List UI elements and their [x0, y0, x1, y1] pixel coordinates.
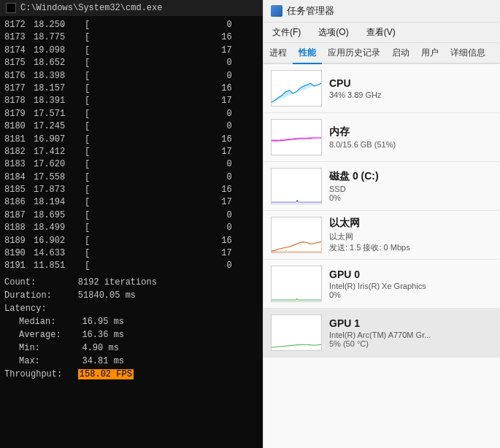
line-val: 17.558 — [34, 171, 85, 184]
cmd-line: 818116.907[ 16 — [4, 134, 258, 146]
menu-view[interactable]: 查看(V) — [364, 25, 399, 40]
throughput-val: 158.02 FPS — [78, 369, 134, 379]
cmd-line: 819014.633[ 17 — [4, 247, 258, 260]
perf-info-cpu: CPU34% 3.89 GHz — [329, 77, 493, 99]
taskmanager-window: 任务管理器 文件(F) 选项(O) 查看(V) 进程性能应用历史记录启动用户详细… — [263, 0, 500, 448]
line-num: 8175 — [4, 57, 34, 69]
line-num: 8191 — [4, 260, 34, 272]
line-val: 16.907 — [34, 134, 85, 146]
line-bar: [ 0 — [85, 260, 258, 272]
line-num: 8189 — [4, 235, 34, 247]
perf-title-memory: 内存 — [329, 125, 493, 139]
cmd-line: 818317.620[ 0 — [4, 158, 258, 171]
line-num: 8179 — [4, 108, 34, 120]
taskman-icon — [271, 5, 282, 17]
line-val: 17.620 — [34, 158, 85, 171]
cmd-titlebar: C:\Windows\System32\cmd.exe — [0, 0, 263, 16]
median-label: Median: — [19, 317, 55, 327]
line-bar: [ 0 — [85, 120, 258, 133]
line-val: 18.398 — [34, 70, 85, 82]
perf-item-cpu[interactable]: CPU34% 3.89 GHz — [264, 64, 500, 113]
line-num: 8184 — [4, 171, 34, 184]
taskman-titlebar: 任务管理器 — [264, 0, 500, 23]
cmd-lines-container: 817218.250[ 0817318.775[ 16817419.098[ 1… — [4, 19, 258, 273]
perf-title-cpu: CPU — [329, 77, 493, 89]
cmd-window: C:\Windows\System32\cmd.exe 817218.250[ … — [0, 0, 263, 448]
cmd-line: 817419.098[ 17 — [4, 45, 258, 57]
average-label: Average: — [19, 330, 61, 340]
line-num: 8180 — [4, 120, 34, 133]
line-bar: [ 17 — [85, 95, 258, 107]
tab-详细信息[interactable]: 详细信息 — [445, 43, 491, 63]
average-row: Average: 16.36 ms — [4, 328, 258, 341]
max-val: 34.81 ms — [82, 356, 124, 366]
line-bar: [ 16 — [85, 184, 258, 196]
perf-subtitle-gpu0: Intel(R) Iris(R) Xe Graphics — [329, 282, 493, 290]
median-row: Median: 16.95 ms — [4, 315, 258, 328]
menu-file[interactable]: 文件(F) — [269, 25, 304, 40]
cmd-icon — [6, 3, 16, 13]
cmd-stats: Count: 8192 iterations Duration: 51840.0… — [4, 276, 258, 381]
line-val: 18.194 — [34, 196, 85, 209]
perf-item-gpu1[interactable]: GPU 1Intel(R) Arc(TM) A770M Gr...5% (50 … — [264, 309, 500, 358]
tab-启动[interactable]: 启动 — [386, 43, 415, 63]
max-label: Max: — [19, 356, 40, 366]
perf-graph-gpu0 — [271, 266, 322, 302]
tab-性能[interactable]: 性能 — [293, 43, 322, 64]
line-val: 18.250 — [34, 19, 85, 31]
line-bar: [ 0 — [85, 108, 258, 120]
cmd-line: 817218.250[ 0 — [4, 19, 258, 31]
perf-item-disk[interactable]: 磁盘 0 (C:)SSD0% — [264, 162, 500, 211]
cmd-line: 817318.775[ 16 — [4, 31, 258, 44]
tab-用户[interactable]: 用户 — [415, 43, 445, 63]
perf-item-network[interactable]: 以太网以太网发送: 1.5 接收: 0 Mbps — [264, 211, 500, 260]
cmd-line: 817917.571[ 0 — [4, 108, 258, 120]
line-val: 14.633 — [34, 247, 85, 260]
line-bar: [ 0 — [85, 158, 258, 171]
cmd-line: 818718.695[ 0 — [4, 209, 258, 222]
tab-应用历史记录[interactable]: 应用历史记录 — [322, 43, 386, 63]
svg-rect-3 — [272, 217, 321, 252]
line-bar: [ 16 — [85, 82, 258, 95]
count-label: Count: — [4, 277, 36, 287]
line-num: 8182 — [4, 146, 34, 158]
cmd-line: 817618.398[ 0 — [4, 70, 258, 82]
perf-item-memory[interactable]: 内存8.0/15.6 GB (51%) — [264, 113, 500, 162]
line-val: 18.157 — [34, 82, 85, 95]
svg-rect-2 — [272, 169, 321, 204]
perf-graph-disk — [271, 168, 322, 204]
line-bar: [ 16 — [85, 31, 258, 44]
line-num: 8181 — [4, 134, 34, 146]
line-val: 17.412 — [34, 146, 85, 158]
taskman-title: 任务管理器 — [287, 4, 334, 18]
min-row: Min: 4.90 ms — [4, 341, 258, 355]
throughput-label: Throughput: — [4, 369, 62, 379]
line-bar: [ 0 — [85, 171, 258, 184]
cmd-line: 818417.558[ 0 — [4, 171, 258, 184]
perf-subtitle-disk: SSD — [329, 185, 493, 193]
line-num: 8173 — [4, 31, 34, 44]
line-num: 8183 — [4, 158, 34, 171]
perf-graph-network — [271, 217, 322, 253]
line-bar: [ 16 — [85, 235, 258, 247]
perf-subtitle-memory: 8.0/15.6 GB (51%) — [329, 140, 493, 149]
menu-options[interactable]: 选项(O) — [315, 25, 351, 40]
min-val: 4.90 ms — [82, 343, 118, 353]
cmd-line: 818017.245[ 0 — [4, 120, 258, 133]
min-label: Min: — [19, 343, 40, 353]
perf-item-gpu0[interactable]: GPU 0Intel(R) Iris(R) Xe Graphics0% — [264, 260, 500, 309]
perf-detail-network: 发送: 1.5 接收: 0 Mbps — [329, 242, 493, 253]
taskman-body: CPU34% 3.89 GHz 内存8.0/15.6 GB (51%) 磁盘 0… — [264, 64, 500, 448]
perf-title-gpu1: GPU 1 — [329, 317, 493, 329]
line-val: 18.391 — [34, 95, 85, 107]
line-bar: [ 17 — [85, 45, 258, 57]
line-bar: [ 16 — [85, 134, 258, 146]
svg-rect-4 — [272, 266, 321, 301]
tab-进程[interactable]: 进程 — [264, 43, 293, 63]
perf-subtitle-network: 以太网 — [329, 231, 493, 242]
svg-rect-0 — [272, 71, 321, 106]
line-num: 8172 — [4, 19, 34, 31]
duration-label: Duration: — [4, 290, 52, 301]
line-val: 16.902 — [34, 235, 85, 247]
perf-info-network: 以太网以太网发送: 1.5 接收: 0 Mbps — [329, 217, 493, 253]
